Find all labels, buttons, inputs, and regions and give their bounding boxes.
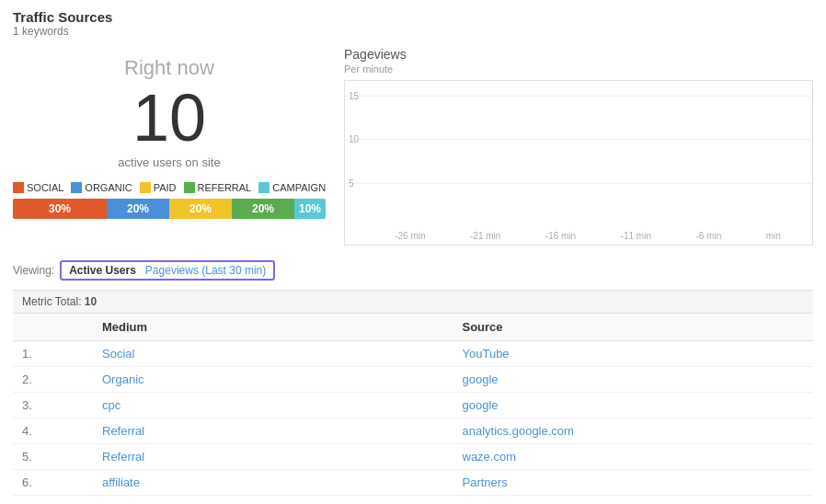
col-source: Source bbox=[453, 314, 814, 341]
page-subtitle: 1 keywords bbox=[13, 25, 813, 38]
traffic-bar: 30%20%20%20%10% bbox=[13, 199, 326, 219]
row-number: 4. bbox=[13, 418, 93, 444]
bar-segment: 20% bbox=[107, 199, 169, 219]
bar-segment: 20% bbox=[169, 199, 232, 219]
legend-label: SOCIAL bbox=[27, 182, 63, 193]
chart-x-axis: -26 min-21 min-16 min-11 min-6 minmin bbox=[373, 226, 803, 245]
chart-x-label: -21 min bbox=[470, 231, 500, 241]
row-number: 2. bbox=[13, 367, 93, 393]
table-header-row: Medium Source bbox=[13, 314, 813, 341]
row-source: google bbox=[453, 393, 814, 418]
page-header: Traffic Sources 1 keywords bbox=[13, 9, 813, 38]
row-medium: Referral bbox=[93, 418, 453, 444]
source-link[interactable]: analytics.google.com bbox=[463, 424, 574, 438]
chart-x-label: -11 min bbox=[621, 231, 651, 241]
medium-link[interactable]: Referral bbox=[102, 450, 144, 464]
medium-link[interactable]: Social bbox=[102, 347, 134, 361]
row-number: 5. bbox=[13, 444, 93, 470]
main-container: Traffic Sources 1 keywords Right now 10 … bbox=[0, 0, 826, 504]
legend-label: ORGANIC bbox=[85, 182, 132, 193]
realtime-label: Right now bbox=[13, 56, 326, 80]
row-source: waze.com bbox=[453, 444, 814, 470]
chart-x-label: -6 min bbox=[695, 231, 721, 241]
metric-total-row: Metric Total: 10 bbox=[13, 290, 813, 314]
metric-label: Metric Total: bbox=[22, 295, 81, 308]
row-number: 1. bbox=[13, 341, 93, 367]
chart-x-label: -16 min bbox=[545, 231, 576, 241]
row-source: Partners bbox=[453, 470, 814, 496]
legend-color bbox=[140, 182, 151, 193]
row-medium: Social bbox=[93, 341, 453, 367]
table-row: 6. affiliate Partners bbox=[13, 470, 813, 496]
chart-y-label: 15 bbox=[349, 90, 359, 100]
data-table: Medium Source 1. Social YouTube 2. Organ… bbox=[13, 314, 813, 496]
legend: SOCIAL ORGANIC PAID REFERRAL CAMPAIGN bbox=[13, 182, 326, 193]
source-link[interactable]: YouTube bbox=[463, 347, 510, 361]
legend-color bbox=[184, 182, 195, 193]
source-link[interactable]: Partners bbox=[463, 475, 508, 489]
source-link[interactable]: waze.com bbox=[463, 450, 517, 464]
legend-label: PAID bbox=[154, 182, 177, 193]
source-link[interactable]: google bbox=[463, 398, 499, 412]
tab-pageviews[interactable]: Pageviews (Last 30 min) bbox=[145, 264, 266, 277]
metric-value: 10 bbox=[85, 295, 97, 308]
table-row: 5. Referral waze.com bbox=[13, 444, 813, 470]
row-number: 6. bbox=[13, 470, 93, 496]
source-link[interactable]: google bbox=[463, 372, 499, 386]
legend-label: REFERRAL bbox=[198, 182, 252, 193]
legend-item: ORGANIC bbox=[71, 182, 132, 193]
table-row: 3. cpc google bbox=[13, 393, 813, 418]
legend-color bbox=[71, 182, 82, 193]
col-medium: Medium bbox=[93, 314, 453, 341]
chart-area: 15105 -26 min-21 min-16 min-11 min-6 min… bbox=[344, 80, 813, 246]
active-count: 10 bbox=[13, 85, 326, 151]
table-row: 1. Social YouTube bbox=[13, 341, 813, 367]
row-medium: affiliate bbox=[93, 470, 453, 496]
bar-segment: 30% bbox=[13, 199, 107, 219]
medium-link[interactable]: Referral bbox=[102, 424, 144, 438]
page-title: Traffic Sources bbox=[13, 9, 813, 25]
chart-bars bbox=[373, 81, 803, 226]
top-section: Right now 10 active users on site SOCIAL… bbox=[13, 47, 813, 246]
legend-item: PAID bbox=[140, 182, 177, 193]
medium-link[interactable]: cpc bbox=[102, 398, 120, 412]
chart-x-label: -26 min bbox=[395, 231, 425, 241]
medium-link[interactable]: Organic bbox=[102, 372, 144, 386]
chart-y-label: 5 bbox=[349, 178, 354, 188]
row-source: google bbox=[453, 367, 814, 393]
legend-color bbox=[13, 182, 24, 193]
chart-y-label: 10 bbox=[349, 134, 359, 144]
legend-item: REFERRAL bbox=[184, 182, 252, 193]
viewing-row: Viewing: Active Users Pageviews (Last 30… bbox=[13, 255, 813, 286]
left-panel: Right now 10 active users on site SOCIAL… bbox=[13, 47, 326, 246]
tab-box: Active Users Pageviews (Last 30 min) bbox=[60, 260, 275, 281]
row-source: analytics.google.com bbox=[453, 418, 814, 444]
right-panel: Pageviews Per minute 15105 -26 min-21 mi… bbox=[344, 47, 813, 246]
legend-item: SOCIAL bbox=[13, 182, 63, 193]
tab-active-users[interactable]: Active Users bbox=[69, 264, 136, 277]
chart-title: Pageviews bbox=[344, 47, 813, 62]
bar-segment: 10% bbox=[294, 199, 326, 219]
row-medium: cpc bbox=[93, 393, 453, 418]
chart-subtitle: Per minute bbox=[344, 63, 813, 74]
chart-x-label: min bbox=[766, 231, 781, 241]
medium-link[interactable]: affiliate bbox=[102, 475, 140, 489]
legend-item: CAMPAIGN bbox=[258, 182, 326, 193]
row-medium: Organic bbox=[93, 367, 453, 393]
bar-segment: 20% bbox=[232, 199, 294, 219]
table-container: Medium Source 1. Social YouTube 2. Organ… bbox=[13, 314, 813, 496]
row-number: 3. bbox=[13, 393, 93, 418]
row-medium: Referral bbox=[93, 444, 453, 470]
row-source: YouTube bbox=[453, 341, 814, 367]
viewing-label: Viewing: bbox=[13, 264, 54, 277]
active-label: active users on site bbox=[13, 155, 326, 169]
table-row: 2. Organic google bbox=[13, 367, 813, 393]
legend-color bbox=[258, 182, 270, 193]
table-row: 4. Referral analytics.google.com bbox=[13, 418, 813, 444]
legend-label: CAMPAIGN bbox=[272, 182, 326, 193]
col-num bbox=[13, 314, 93, 341]
